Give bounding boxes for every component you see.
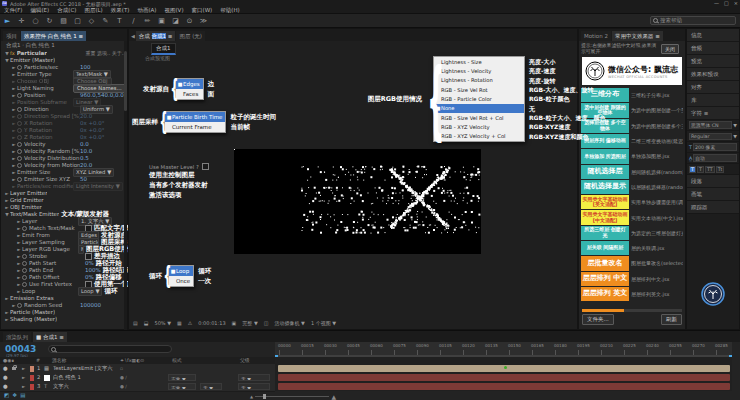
comp-toolbar-item[interactable]: ⚠ <box>188 320 192 326</box>
property-value[interactable]: 100000 <box>80 302 101 309</box>
tab-chinese-effects[interactable]: 常用中文效果器 ≡ <box>612 31 663 41</box>
layer-color-swatch[interactable] <box>30 366 34 372</box>
panel-对齐[interactable]: 对齐 <box>687 81 739 94</box>
rgb-usage-option[interactable]: ■None <box>434 104 524 113</box>
timeline-zoom-slider[interactable]: ▲ ▲ <box>250 394 336 398</box>
rgb-usage-option[interactable]: RGB - Particle Color <box>434 94 524 103</box>
refresh-button[interactable]: 刷新 <box>661 314 682 325</box>
menu-item[interactable]: 合成(C) <box>57 7 76 14</box>
font-family-select[interactable]: 思源黑体 CN <box>689 121 732 129</box>
menu-item[interactable]: 编辑(E) <box>30 7 49 14</box>
stopwatch-icon[interactable] <box>22 268 27 273</box>
rgb-usage-option[interactable]: RGB - XYZ Velocity <box>434 122 524 131</box>
tab-effect-controls[interactable]: 效果控件 白色 纯色 1 ≡ <box>21 31 86 41</box>
menu-item[interactable]: 效果(T) <box>111 7 130 14</box>
comp-toolbar-item[interactable]: 0:00:01:13 <box>198 320 225 326</box>
lock-icon[interactable] <box>12 367 16 370</box>
blend-mode-dropdown[interactable]: 正常 ▼ <box>168 374 196 381</box>
loop-option[interactable]: Once <box>169 276 193 286</box>
eye-icon[interactable]: ● <box>3 382 8 391</box>
tool-icon[interactable]: ∕ <box>129 17 138 25</box>
layer-color-swatch[interactable] <box>30 375 34 381</box>
script-button[interactable]: 层层排列 英文 <box>581 287 629 301</box>
stopwatch-icon[interactable] <box>17 303 22 308</box>
panel-跟踪器[interactable]: 跟踪器 <box>687 201 739 214</box>
rgb-usage-option[interactable]: RGB - Size Vel Rot + Col <box>434 113 524 122</box>
property-button[interactable]: Choose OBJ <box>73 77 112 86</box>
tool-icon[interactable]: ◪ <box>171 17 180 25</box>
trackmatte-dropdown[interactable]: 无 ▼ <box>200 383 222 390</box>
close-button[interactable]: × <box>734 0 738 6</box>
comp-toolbar-item[interactable]: 50% ▼ <box>154 320 171 326</box>
loop-option[interactable]: ■Loop <box>169 266 193 276</box>
tool-icon[interactable]: ▣ <box>157 17 166 25</box>
property-dropdown[interactable]: Loop ▼ <box>78 287 102 296</box>
emit-from-option[interactable]: ■Edges <box>176 79 203 89</box>
script-button[interactable]: 层批量改名 <box>581 256 629 270</box>
master-level-checkbox[interactable] <box>202 163 209 170</box>
property-value[interactable]: 20.0 <box>80 113 92 120</box>
menu-item[interactable]: 视图(V) <box>164 7 183 14</box>
tool-icon[interactable]: ▧ <box>59 17 68 25</box>
tool-icon[interactable]: ◇ <box>87 17 96 25</box>
menu-item[interactable]: 动画(A) <box>137 7 156 14</box>
script-button[interactable]: 所选三维层 创建灯光 <box>581 226 629 240</box>
tool-icon[interactable]: ↻ <box>45 17 54 25</box>
property-value[interactable]: 0x +0.0° <box>80 134 105 141</box>
character-toggle[interactable]: TT <box>705 166 715 173</box>
property-value[interactable]: 10.0 <box>80 148 92 155</box>
tab-scroll-arrow-icon[interactable]: ◀ <box>131 31 135 41</box>
tab-project[interactable]: 项目 <box>3 31 20 41</box>
composition-viewer[interactable] <box>234 149 481 254</box>
layer-duration-bar[interactable] <box>278 383 730 390</box>
stopwatch-icon[interactable] <box>17 121 22 126</box>
layer-sampling-option[interactable]: ■Particle Birth Time <box>165 112 225 122</box>
script-button[interactable]: 层关联 间隔图层 <box>581 241 629 255</box>
stopwatch-icon[interactable] <box>17 93 22 98</box>
blend-mode-dropdown[interactable]: 正常 ▼ <box>168 383 196 390</box>
stopwatch-icon[interactable] <box>17 65 22 70</box>
twirl-icon[interactable]: ► <box>22 382 25 391</box>
tool-icon[interactable]: ✛ <box>17 17 26 25</box>
panel-音频[interactable]: 音频 <box>687 42 739 55</box>
eye-icon[interactable]: ● <box>3 373 8 382</box>
layer-duration-bar[interactable] <box>278 374 730 381</box>
layer-switches[interactable]: ● ∕ <box>120 382 127 391</box>
help-search-box[interactable]: 搜索帮助 <box>650 16 736 25</box>
toolbar-overflow-icon[interactable]: ≫ <box>199 17 208 25</box>
timeline-search-box[interactable] <box>48 345 172 353</box>
font-style-select[interactable]: Regular <box>689 133 732 140</box>
panel-效果和预设[interactable]: 效果和预设 <box>687 68 739 81</box>
panel-段落[interactable]: 段落 <box>687 175 739 188</box>
rgb-usage-option[interactable]: Lightness - Rotation <box>434 76 524 85</box>
effect-header-links[interactable]: 重置 选项.. 关于.. <box>85 50 127 57</box>
maximize-button[interactable]: □ <box>724 0 729 6</box>
effect-controls-scrollbar[interactable] <box>124 41 127 331</box>
rgb-usage-option[interactable]: Lightness - Velocity <box>434 66 524 75</box>
stopwatch-icon[interactable] <box>17 107 22 112</box>
menu-item[interactable]: 图层(L) <box>84 7 102 14</box>
eye-icon[interactable]: ● <box>3 364 8 373</box>
stopwatch-icon[interactable] <box>22 254 27 259</box>
stopwatch-icon[interactable] <box>17 177 22 182</box>
timeline-toggle-icons[interactable]: ◩❖▤ <box>4 392 25 398</box>
comp-toolbar-item[interactable]: 活动摄像机 ▼ <box>274 320 304 326</box>
stopwatch-icon[interactable] <box>22 261 27 266</box>
layer-color-swatch[interactable] <box>30 384 34 390</box>
zoom-handle[interactable] <box>263 394 266 399</box>
stopwatch-icon[interactable] <box>17 135 22 140</box>
tool-icon[interactable]: ✎ <box>101 17 110 25</box>
comp-toolbar-item[interactable]: ◫ <box>264 320 269 326</box>
script-button[interactable]: 单独添加 所选图层 <box>581 149 629 163</box>
comp-toolbar-item[interactable]: 1 个视图 ▼ <box>311 320 336 326</box>
tool-icon[interactable]: T <box>115 17 124 25</box>
property-checkbox[interactable] <box>85 253 92 260</box>
character-toggle[interactable]: T <box>689 166 696 173</box>
stopwatch-icon[interactable] <box>17 114 22 119</box>
panel-character[interactable]: 字符 ≡ <box>687 107 739 120</box>
twirl-icon[interactable]: ► <box>22 364 25 373</box>
minimize-button[interactable]: — <box>714 0 719 6</box>
folder-button[interactable]: 文件夹... <box>582 314 614 325</box>
script-button[interactable]: 实用类文字基础动画 [英文适配] <box>581 195 629 209</box>
stopwatch-icon[interactable] <box>17 128 22 133</box>
